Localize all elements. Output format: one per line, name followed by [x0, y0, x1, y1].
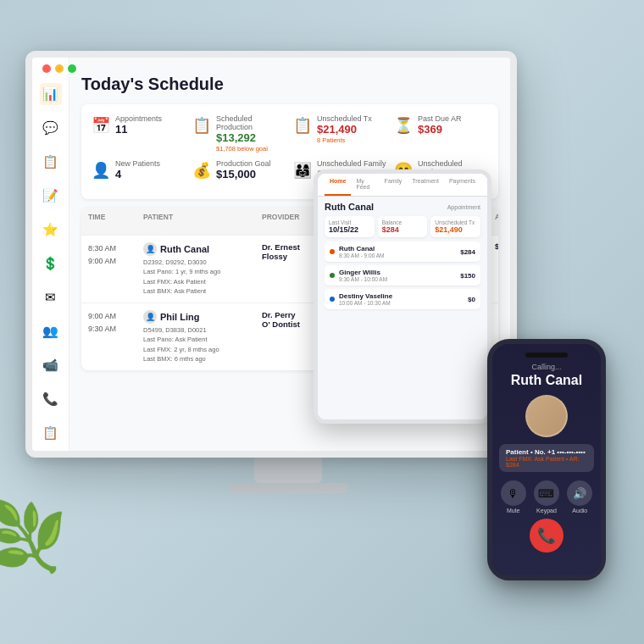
- phone-btn-audio[interactable]: 🔊 Audio: [566, 480, 594, 514]
- patient-avatar-1: 👤: [143, 242, 157, 256]
- tablet-list-amount-2: $150: [460, 272, 475, 280]
- monitor-base: [229, 483, 347, 493]
- tablet-tab-home[interactable]: Home: [325, 174, 351, 196]
- tablet-list-dot-2: [330, 273, 335, 278]
- tablet-list-name-1: Ruth Canal: [339, 245, 384, 253]
- past-due-icon: ⏳: [394, 116, 413, 135]
- tablet-tab-myfeed[interactable]: My Feed: [351, 174, 379, 196]
- th-time: Time: [88, 213, 143, 230]
- call-info-box: Patient • No. +1 •••-•••-•••• Last FMX: …: [499, 444, 594, 472]
- tablet: Home My Feed Family Treatment Payments R…: [314, 169, 491, 424]
- phone-wrapper: Calling... Ruth Canal Patient • No. +1 •…: [487, 339, 619, 602]
- stat-appointments: 📅 Appointments 11: [92, 114, 186, 153]
- tablet-list-item-2[interactable]: Ginger Willis 9:30 AM - 10:00 AM $150: [325, 265, 480, 286]
- phone-btn-mute[interactable]: 🎙 Mute: [499, 480, 527, 514]
- audio-icon: 🔊: [567, 480, 592, 506]
- page-title: Today's Schedule: [81, 75, 498, 94]
- sidebar-icon-chart[interactable]: 📊: [40, 83, 62, 105]
- traffic-light-red[interactable]: [42, 64, 51, 73]
- tablet-list-name-2: Ginger Willis: [339, 269, 387, 276]
- appointments-icon: 📅: [92, 116, 110, 135]
- th-patient: Patient: [143, 213, 262, 230]
- mute-label: Mute: [507, 508, 520, 514]
- tablet-list-sub-3: 10:00 AM - 10:30 AM: [339, 300, 392, 306]
- monitor-stand: [254, 458, 322, 483]
- sched-prod-label: Scheduled Production: [216, 114, 286, 131]
- tablet-list-right-3: $0: [468, 296, 475, 303]
- sidebar: 📊 💬 📋 📝 ⭐ 💲 ✉ 👥 📹 📞 📋: [32, 58, 69, 451]
- tablet-patient-name: Ruth Canal: [325, 202, 374, 212]
- tablet-stat-balance: Balance $284: [378, 216, 428, 237]
- sidebar-icon-users[interactable]: 👥: [40, 320, 62, 342]
- new-patients-value: 4: [115, 168, 160, 181]
- unsched-tx-value: $21,490: [317, 123, 372, 136]
- tablet-stat-unsched-label: Unscheduled Tx: [435, 219, 476, 225]
- tablet-stat-unsched-value: $21,490: [435, 225, 476, 234]
- end-call-button[interactable]: 📞: [530, 519, 564, 552]
- tablet-stat-balance-value: $284: [382, 225, 424, 234]
- tablet-list-amount-1: $284: [460, 248, 475, 256]
- sidebar-icon-list[interactable]: 📋: [40, 422, 62, 444]
- tablet-list-dot-3: [330, 297, 335, 302]
- sidebar-icon-payments[interactable]: 💲: [40, 253, 62, 275]
- tablet-tab-treatment[interactable]: Treatment: [407, 174, 444, 196]
- tablet-list-right-2: $150: [460, 272, 475, 280]
- tablet-stat-last-visit-value: 10/15/22: [329, 225, 370, 234]
- caller-avatar: [525, 395, 568, 437]
- audio-label: Audio: [572, 508, 587, 514]
- sidebar-icon-chat[interactable]: 💬: [40, 117, 62, 139]
- new-patients-label: New Patients: [115, 159, 160, 168]
- tablet-list-dot-1: [330, 249, 335, 254]
- patient-name-1[interactable]: 👤 Ruth Canal: [143, 242, 262, 256]
- stat-scheduled-prod: 📋 Scheduled Production $13,292 $1,708 be…: [192, 114, 286, 153]
- sched-prod-value: $13,292: [216, 131, 286, 145]
- tablet-patient-header: Ruth Canal Appointment: [325, 202, 480, 212]
- prod-goal-value: $15,000: [216, 168, 271, 181]
- sidebar-icon-reports[interactable]: 📋: [40, 151, 62, 173]
- tablet-tabs: Home My Feed Family Treatment Payments: [318, 174, 487, 197]
- patient-cell-1: 👤 Ruth Canal D2392, D9292, D3030 Last Pa…: [143, 242, 262, 296]
- sidebar-icon-phone[interactable]: 📞: [40, 388, 62, 410]
- call-name: Ruth Canal: [511, 373, 582, 388]
- traffic-light-yellow[interactable]: [55, 64, 64, 73]
- sidebar-icon-forms[interactable]: 📝: [40, 185, 62, 207]
- sidebar-icon-video[interactable]: 📹: [40, 354, 62, 376]
- sched-prod-sub: $1,708 below goal: [216, 145, 286, 153]
- past-due-value: $369: [418, 123, 462, 136]
- tablet-content: Ruth Canal Appointment Last Visit 10/15/…: [318, 197, 487, 419]
- phone-notch: [525, 353, 568, 358]
- caller-avatar-inner: [527, 397, 566, 436]
- tablet-list-sub-2: 9:30 AM - 10:00 AM: [339, 276, 387, 282]
- tablet-list-name-3: Destiny Vaseline: [339, 292, 392, 300]
- tablet-stat-unsched: Unscheduled Tx $21,490: [430, 216, 480, 237]
- tablet-list-sub-1: 8:30 AM - 9:00 AM: [339, 253, 384, 258]
- tablet-list-right-1: $284: [460, 248, 475, 256]
- sidebar-icon-star[interactable]: ⭐: [40, 219, 62, 241]
- phone-screen: Calling... Ruth Canal Patient • No. +1 •…: [492, 344, 601, 575]
- prod-goal-label: Production Goal: [216, 159, 271, 168]
- time-start-1: 8:30 AM: [88, 242, 143, 254]
- new-patients-icon: 👤: [92, 161, 110, 180]
- tablet-stat-balance-label: Balance: [382, 219, 424, 225]
- sidebar-icon-mail[interactable]: ✉: [40, 286, 62, 308]
- traffic-light-green[interactable]: [68, 64, 76, 73]
- patient-name-2[interactable]: 👤 Phil Ling: [143, 310, 262, 324]
- tablet-list-item-3[interactable]: Destiny Vaseline 10:00 AM - 10:30 AM $0: [325, 289, 480, 309]
- patient-cell-2: 👤 Phil Ling D5499, D3838, D0021 Last Pan…: [143, 310, 262, 364]
- time-start-2: 9:00 AM: [88, 310, 143, 322]
- patient-codes-2: D5499, D3838, D0021 Last Pano: Ask Patie…: [143, 325, 262, 364]
- call-info-value: Patient • No. +1 •••-•••-••••: [506, 448, 587, 456]
- phone: Calling... Ruth Canal Patient • No. +1 •…: [487, 339, 606, 580]
- tablet-tab-payments[interactable]: Payments: [444, 174, 480, 196]
- stat-past-due: ⏳ Past Due AR $369: [394, 114, 488, 153]
- keypad-label: Keypad: [536, 508, 557, 514]
- unsched-tx-icon: 📋: [293, 116, 312, 135]
- time-cell-1: 8:30 AM 9:00 AM: [88, 242, 143, 267]
- tablet-list-item-1[interactable]: Ruth Canal 8:30 AM - 9:00 AM $284: [325, 242, 480, 262]
- tablet-tab-family[interactable]: Family: [380, 174, 408, 196]
- sched-prod-icon: 📋: [192, 116, 211, 135]
- patient-codes-1: D2392, D9292, D3030 Last Pano: 1 yr, 9 m…: [143, 258, 262, 296]
- tablet-list-amount-3: $0: [468, 296, 475, 303]
- tablet-patient-sub: Appointment: [447, 204, 480, 210]
- phone-btn-keypad[interactable]: ⌨ Keypad: [532, 480, 560, 514]
